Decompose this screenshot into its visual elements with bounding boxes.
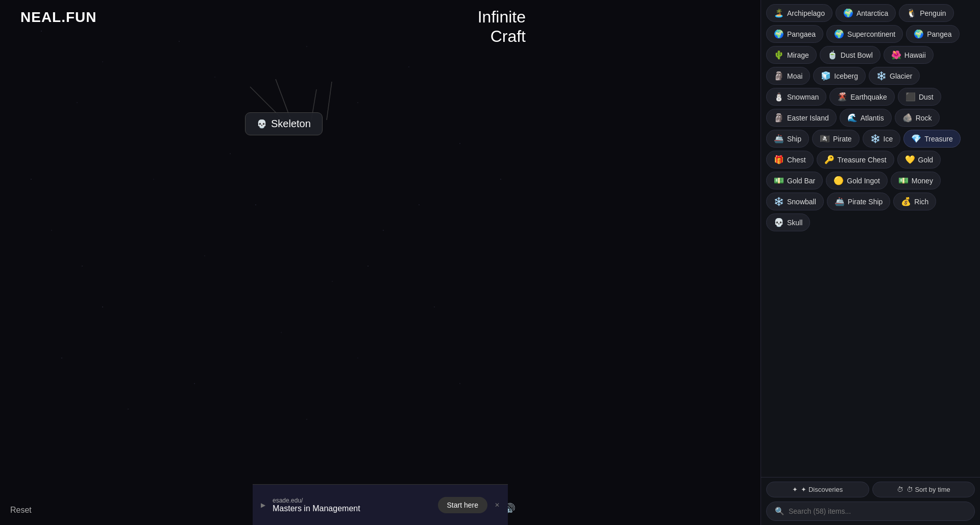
ad-x-close[interactable]: ✕ bbox=[495, 502, 500, 509]
canvas-area[interactable]: NEAL.FUN Infinite Craft 💀 Skeleton Reset… bbox=[0, 0, 761, 525]
item-emoji: ❄️ bbox=[774, 197, 784, 206]
item-emoji: 🐧 bbox=[906, 8, 917, 18]
item-chip-supercontinent[interactable]: 🌍Supercontinent bbox=[826, 25, 903, 43]
item-emoji: 💎 bbox=[911, 134, 921, 144]
star bbox=[82, 266, 83, 267]
item-chip-money[interactable]: 💵Money bbox=[891, 172, 941, 189]
sort-tab[interactable]: ⏱ ⏱ Sort by time bbox=[872, 482, 975, 497]
item-label: Rich bbox=[914, 198, 928, 206]
item-emoji: ⬛ bbox=[905, 92, 916, 102]
item-label: Gold Bar bbox=[787, 177, 815, 185]
ad-close[interactable]: ▶ bbox=[261, 502, 265, 509]
item-chip-dust-bowl[interactable]: 🍵Dust Bowl bbox=[820, 46, 880, 64]
game-title: Infinite Craft bbox=[478, 7, 526, 46]
ad-source: esade.edu/ bbox=[273, 497, 431, 504]
item-label: Atlantis bbox=[861, 114, 884, 122]
item-chip-easter-island[interactable]: 🗿Easter Island bbox=[766, 109, 837, 127]
item-label: Gold bbox=[918, 156, 934, 164]
item-chip-ice[interactable]: ❄️Ice bbox=[863, 130, 901, 148]
ad-headline: Masters in Management bbox=[273, 504, 431, 513]
item-emoji: 🌺 bbox=[891, 50, 901, 60]
item-label: Pangea bbox=[927, 30, 951, 38]
item-chip-snowball[interactable]: ❄️Snowball bbox=[766, 193, 824, 210]
item-chip-dust[interactable]: ⬛Dust bbox=[898, 88, 941, 106]
item-chip-penguin[interactable]: 🐧Penguin bbox=[899, 4, 953, 22]
item-chip-glacier[interactable]: ❄️Glacier bbox=[869, 67, 920, 85]
item-emoji: 🧊 bbox=[821, 71, 831, 81]
item-label: Earthquake bbox=[850, 93, 887, 101]
item-emoji: ⛄ bbox=[774, 92, 784, 102]
item-emoji: ❄️ bbox=[876, 71, 887, 81]
sidebar-footer: ✦ ✦ Discoveries ⏱ ⏱ Sort by time 🔍 bbox=[761, 477, 980, 525]
item-chip-moai[interactable]: 🗿Moai bbox=[766, 67, 810, 85]
star bbox=[102, 61, 103, 62]
ad-banner: ▶ esade.edu/ Masters in Management Start… bbox=[253, 484, 508, 525]
item-label: Iceberg bbox=[834, 72, 858, 80]
star bbox=[434, 306, 435, 307]
discoveries-icon: ✦ bbox=[792, 486, 798, 493]
item-chip-earthquake[interactable]: 🌋Earthquake bbox=[829, 88, 895, 106]
item-chip-hawaii[interactable]: 🌺Hawaii bbox=[884, 46, 934, 64]
bottom-toolbar: Reset bbox=[10, 506, 32, 515]
logo: NEAL.FUN bbox=[20, 9, 97, 26]
item-chip-iceberg[interactable]: 🧊Iceberg bbox=[813, 67, 866, 85]
item-emoji: 🌵 bbox=[774, 50, 784, 60]
item-emoji: 🔑 bbox=[824, 155, 835, 164]
star bbox=[368, 266, 369, 267]
search-icon: 🔍 bbox=[775, 507, 785, 516]
item-label: Pangaea bbox=[787, 30, 816, 38]
item-label: Ice bbox=[884, 135, 893, 143]
star bbox=[332, 281, 333, 282]
item-label: Pirate Ship bbox=[848, 198, 883, 206]
item-emoji: 💀 bbox=[774, 218, 784, 227]
item-chip-archipelago[interactable]: 🏝️Archipelago bbox=[766, 4, 832, 22]
item-emoji: 💵 bbox=[774, 176, 784, 185]
search-bar[interactable]: 🔍 bbox=[766, 502, 975, 521]
item-chip-pangaea[interactable]: 🌍Pangaea bbox=[766, 25, 823, 43]
star bbox=[357, 102, 358, 103]
item-label: Ship bbox=[787, 135, 801, 143]
item-chip-ship[interactable]: 🚢Ship bbox=[766, 130, 809, 148]
star bbox=[408, 66, 409, 67]
item-emoji: 🏴‍☠️ bbox=[820, 134, 830, 144]
item-chip-pirate-ship[interactable]: 🚢Pirate Ship bbox=[827, 193, 890, 210]
item-chip-gold-ingot[interactable]: 🟡Gold Ingot bbox=[826, 172, 888, 189]
star bbox=[306, 46, 307, 47]
item-chip-chest[interactable]: 🎁Chest bbox=[766, 151, 814, 169]
item-label: Hawaii bbox=[904, 51, 926, 59]
star bbox=[281, 332, 282, 333]
item-chip-atlantis[interactable]: 🌊Atlantis bbox=[840, 109, 892, 127]
item-chip-antarctica[interactable]: 🌍Antarctica bbox=[836, 4, 896, 22]
ad-cta-button[interactable]: Start here bbox=[438, 497, 487, 513]
item-chip-mirage[interactable]: 🌵Mirage bbox=[766, 46, 817, 64]
item-chip-pirate[interactable]: 🏴‍☠️Pirate bbox=[812, 130, 860, 148]
item-chip-pangea[interactable]: 🌍Pangea bbox=[906, 25, 959, 43]
item-chip-treasure[interactable]: 💎Treasure bbox=[903, 130, 961, 148]
skeleton-element[interactable]: 💀 Skeleton bbox=[245, 112, 323, 135]
svg-line-3 bbox=[327, 82, 332, 120]
item-emoji: 🌍 bbox=[834, 29, 844, 39]
item-emoji: 🌍 bbox=[843, 8, 853, 18]
star bbox=[179, 41, 180, 42]
item-chip-gold[interactable]: 💛Gold bbox=[897, 151, 941, 169]
star bbox=[255, 204, 256, 205]
item-chip-treasure-chest[interactable]: 🔑Treasure Chest bbox=[817, 151, 894, 169]
discoveries-tab[interactable]: ✦ ✦ Discoveries bbox=[766, 482, 869, 497]
item-emoji: 🌍 bbox=[914, 29, 924, 39]
item-label: Dust bbox=[919, 93, 934, 101]
item-label: Snowman bbox=[787, 93, 819, 101]
reset-button[interactable]: Reset bbox=[10, 506, 32, 515]
item-label: Mirage bbox=[787, 51, 809, 59]
item-chip-skull[interactable]: 💀Skull bbox=[766, 213, 810, 231]
item-label: Skull bbox=[787, 219, 802, 227]
search-input[interactable] bbox=[789, 507, 966, 515]
item-chip-gold-bar[interactable]: 💵Gold Bar bbox=[766, 172, 823, 189]
item-chip-snowman[interactable]: ⛄Snowman bbox=[766, 88, 826, 106]
item-chip-rock[interactable]: 🪨Rock bbox=[895, 109, 940, 127]
item-emoji: 💛 bbox=[905, 155, 915, 164]
item-chip-rich[interactable]: 💰Rich bbox=[893, 193, 936, 210]
sort-icon: ⏱ bbox=[897, 486, 903, 493]
item-label: Treasure bbox=[924, 135, 953, 143]
item-emoji: 🌋 bbox=[837, 92, 847, 102]
item-emoji: 🗿 bbox=[774, 71, 784, 81]
